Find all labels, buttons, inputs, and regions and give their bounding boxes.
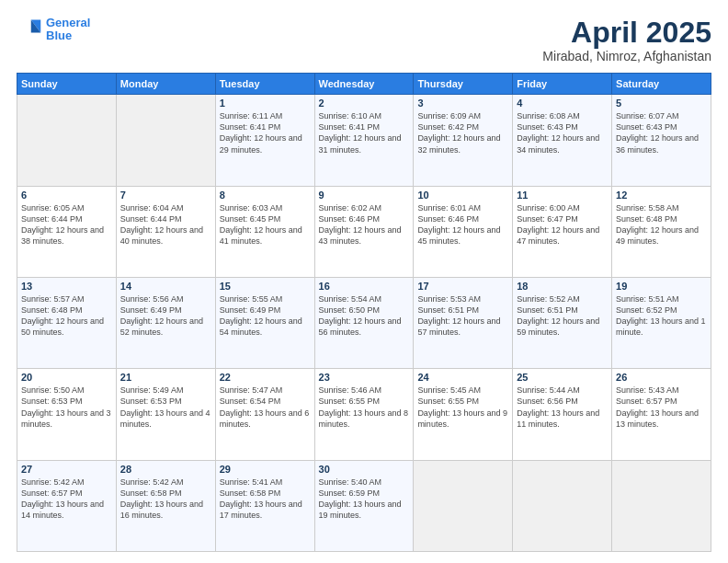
day-number: 4 [517,98,608,109]
day-info: Sunrise: 5:45 AMSunset: 6:55 PMDaylight:… [417,385,508,430]
calendar-cell: 29Sunrise: 5:41 AMSunset: 6:58 PMDayligh… [215,460,314,551]
day-number: 29 [220,464,311,475]
calendar-cell: 8Sunrise: 6:03 AMSunset: 6:45 PMDaylight… [215,186,314,277]
calendar-cell: 21Sunrise: 5:49 AMSunset: 6:53 PMDayligh… [116,369,215,460]
day-number: 23 [319,372,410,383]
day-info: Sunrise: 5:52 AMSunset: 6:51 PMDaylight:… [517,293,608,339]
day-info: Sunrise: 6:01 AMSunset: 6:46 PMDaylight:… [417,202,508,247]
calendar-cell [612,460,711,551]
calendar-week-row: 27Sunrise: 5:42 AMSunset: 6:57 PMDayligh… [17,460,711,551]
day-info: Sunrise: 5:50 AMSunset: 6:53 PMDaylight:… [21,385,112,430]
day-info: Sunrise: 5:49 AMSunset: 6:53 PMDaylight:… [120,385,211,430]
day-info: Sunrise: 6:03 AMSunset: 6:45 PMDaylight:… [220,202,311,247]
day-number: 7 [120,190,211,201]
calendar-cell [513,460,612,551]
day-info: Sunrise: 6:07 AMSunset: 6:43 PMDaylight:… [616,110,707,155]
calendar-cell: 15Sunrise: 5:55 AMSunset: 6:49 PMDayligh… [215,277,314,368]
calendar-cell: 2Sunrise: 6:10 AMSunset: 6:41 PMDaylight… [314,95,414,186]
calendar-day-header: Wednesday [314,74,414,95]
day-number: 25 [517,372,608,383]
calendar-cell: 25Sunrise: 5:44 AMSunset: 6:56 PMDayligh… [513,369,612,460]
day-info: Sunrise: 6:11 AMSunset: 6:41 PMDaylight:… [220,110,311,155]
day-number: 13 [21,281,112,292]
day-info: Sunrise: 6:02 AMSunset: 6:46 PMDaylight:… [319,202,410,247]
calendar: SundayMondayTuesdayWednesdayThursdayFrid… [17,73,711,552]
subtitle: Mirabad, Nimroz, Afghanistan [542,49,711,63]
day-number: 18 [517,281,608,292]
calendar-cell: 1Sunrise: 6:11 AMSunset: 6:41 PMDaylight… [215,95,314,186]
day-info: Sunrise: 5:42 AMSunset: 6:57 PMDaylight:… [21,477,112,522]
calendar-cell [116,95,215,186]
day-info: Sunrise: 5:54 AMSunset: 6:50 PMDaylight:… [319,293,410,339]
day-number: 10 [417,190,508,201]
day-number: 19 [616,281,707,292]
day-number: 9 [319,190,410,201]
main-title: April 2025 [542,17,711,49]
day-info: Sunrise: 5:46 AMSunset: 6:55 PMDaylight:… [319,385,410,430]
day-number: 1 [220,98,311,109]
calendar-cell: 26Sunrise: 5:43 AMSunset: 6:57 PMDayligh… [612,369,711,460]
day-number: 27 [21,464,112,475]
day-number: 17 [417,281,508,292]
day-info: Sunrise: 5:44 AMSunset: 6:56 PMDaylight:… [517,385,608,430]
day-info: Sunrise: 5:56 AMSunset: 6:49 PMDaylight:… [120,293,211,339]
calendar-cell: 20Sunrise: 5:50 AMSunset: 6:53 PMDayligh… [17,369,117,460]
logo-line2: Blue [46,29,72,42]
day-number: 26 [616,372,707,383]
calendar-cell: 3Sunrise: 6:09 AMSunset: 6:42 PMDaylight… [414,95,513,186]
day-info: Sunrise: 6:00 AMSunset: 6:47 PMDaylight:… [517,202,608,247]
calendar-day-header: Saturday [612,74,711,95]
calendar-header-row: SundayMondayTuesdayWednesdayThursdayFrid… [17,74,711,95]
day-info: Sunrise: 5:53 AMSunset: 6:51 PMDaylight:… [417,293,508,339]
calendar-cell: 30Sunrise: 5:40 AMSunset: 6:59 PMDayligh… [314,460,414,551]
day-number: 3 [417,98,508,109]
calendar-week-row: 20Sunrise: 5:50 AMSunset: 6:53 PMDayligh… [17,369,711,460]
day-number: 22 [220,372,311,383]
calendar-cell: 16Sunrise: 5:54 AMSunset: 6:50 PMDayligh… [314,277,414,368]
calendar-day-header: Tuesday [215,74,314,95]
day-info: Sunrise: 6:10 AMSunset: 6:41 PMDaylight:… [319,110,410,155]
day-number: 5 [616,98,707,109]
day-info: Sunrise: 5:41 AMSunset: 6:58 PMDaylight:… [220,477,311,522]
day-info: Sunrise: 6:09 AMSunset: 6:42 PMDaylight:… [417,110,508,155]
calendar-cell: 18Sunrise: 5:52 AMSunset: 6:51 PMDayligh… [513,277,612,368]
calendar-cell [17,95,117,186]
day-info: Sunrise: 5:42 AMSunset: 6:58 PMDaylight:… [120,477,211,522]
calendar-cell: 11Sunrise: 6:00 AMSunset: 6:47 PMDayligh… [513,186,612,277]
day-number: 14 [120,281,211,292]
day-info: Sunrise: 5:51 AMSunset: 6:52 PMDaylight:… [616,293,707,339]
logo-text: General Blue [46,17,90,43]
day-info: Sunrise: 5:57 AMSunset: 6:48 PMDaylight:… [21,293,112,339]
day-number: 6 [21,190,112,201]
day-info: Sunrise: 5:47 AMSunset: 6:54 PMDaylight:… [220,385,311,430]
day-number: 15 [220,281,311,292]
header: General Blue April 2025 Mirabad, Nimroz,… [17,17,711,63]
calendar-cell: 12Sunrise: 5:58 AMSunset: 6:48 PMDayligh… [612,186,711,277]
calendar-cell: 5Sunrise: 6:07 AMSunset: 6:43 PMDaylight… [612,95,711,186]
calendar-week-row: 1Sunrise: 6:11 AMSunset: 6:41 PMDaylight… [17,95,711,186]
calendar-cell: 19Sunrise: 5:51 AMSunset: 6:52 PMDayligh… [612,277,711,368]
title-block: April 2025 Mirabad, Nimroz, Afghanistan [542,17,711,63]
calendar-week-row: 6Sunrise: 6:05 AMSunset: 6:44 PMDaylight… [17,186,711,277]
calendar-cell: 4Sunrise: 6:08 AMSunset: 6:43 PMDaylight… [513,95,612,186]
day-number: 24 [417,372,508,383]
calendar-day-header: Thursday [414,74,513,95]
day-number: 11 [517,190,608,201]
calendar-cell: 7Sunrise: 6:04 AMSunset: 6:44 PMDaylight… [116,186,215,277]
day-number: 28 [120,464,211,475]
logo: General Blue [17,17,90,43]
day-number: 2 [319,98,410,109]
calendar-week-row: 13Sunrise: 5:57 AMSunset: 6:48 PMDayligh… [17,277,711,368]
logo-line1: General [46,16,90,29]
calendar-cell: 22Sunrise: 5:47 AMSunset: 6:54 PMDayligh… [215,369,314,460]
day-info: Sunrise: 6:04 AMSunset: 6:44 PMDaylight:… [120,202,211,247]
calendar-cell: 10Sunrise: 6:01 AMSunset: 6:46 PMDayligh… [414,186,513,277]
calendar-day-header: Monday [116,74,215,95]
calendar-cell: 13Sunrise: 5:57 AMSunset: 6:48 PMDayligh… [17,277,117,368]
calendar-cell: 23Sunrise: 5:46 AMSunset: 6:55 PMDayligh… [314,369,414,460]
day-number: 21 [120,372,211,383]
page: General Blue April 2025 Mirabad, Nimroz,… [0,0,728,563]
day-info: Sunrise: 6:05 AMSunset: 6:44 PMDaylight:… [21,202,112,247]
calendar-day-header: Sunday [17,74,117,95]
calendar-cell: 9Sunrise: 6:02 AMSunset: 6:46 PMDaylight… [314,186,414,277]
